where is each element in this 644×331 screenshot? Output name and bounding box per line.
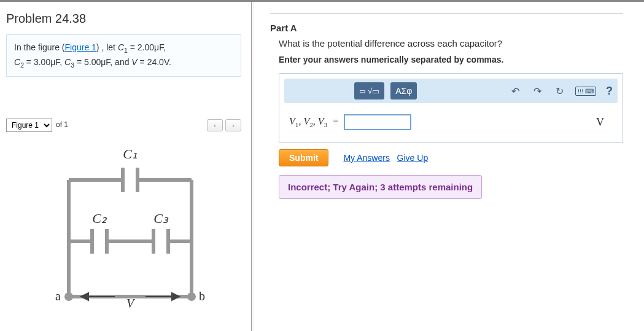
greek-button[interactable]: ΑΣφ <box>390 82 417 99</box>
part-a-label: Part A <box>270 23 623 33</box>
label-a: a <box>55 289 61 303</box>
figure-select[interactable]: Figure 1 <box>6 119 52 132</box>
figure-prev-button[interactable]: ‹ <box>207 119 223 131</box>
math-toolbar: ▭√▭ ΑΣφ ↶ ↷ ↻ ⁞⁞⁞ ⌨ ? <box>284 79 618 103</box>
problem-title: Problem 24.38 <box>6 12 241 26</box>
label-v: V <box>126 297 135 310</box>
label-c2: C₂ <box>92 211 107 226</box>
circuit-figure: C₁ C₂ C₃ a b V <box>6 137 241 321</box>
help-icon[interactable]: ? <box>606 85 613 98</box>
given-c2: C2 = 3.00μF <box>14 57 60 67</box>
reset-icon[interactable]: ↻ <box>553 85 565 97</box>
template-button[interactable]: ▭√▭ <box>354 82 384 99</box>
figure-of-text: of 1 <box>52 119 72 132</box>
given-v: V = 24.0V <box>131 57 169 67</box>
figure-nav-bar: Figure 1 of 1 ‹ › <box>6 119 241 132</box>
keyboard-icon[interactable]: ⁞⁞⁞ ⌨ <box>575 87 596 96</box>
figure-next-button[interactable]: › <box>225 119 241 131</box>
label-c3: C₃ <box>153 211 169 226</box>
unit-label: V <box>596 116 613 129</box>
svg-point-14 <box>64 292 73 301</box>
feedback-message: Incorrect; Try Again; 3 attempts remaini… <box>279 175 482 199</box>
svg-marker-17 <box>81 293 88 300</box>
svg-point-15 <box>187 292 196 301</box>
svg-marker-19 <box>172 293 179 300</box>
answer-label: V1, V2, V3 = <box>289 116 339 128</box>
submit-button[interactable]: Submit <box>279 149 328 166</box>
label-c1: C₁ <box>123 146 138 162</box>
answer-area: ▭√▭ ΑΣφ ↶ ↷ ↻ ⁞⁞⁞ ⌨ ? V1, V2, V3 = V <box>279 73 623 143</box>
give-up-link[interactable]: Give Up <box>397 153 429 163</box>
figure-link[interactable]: Figure 1 <box>65 42 96 52</box>
answer-input[interactable] <box>344 114 411 130</box>
given-c1: C1 = 2.00μF <box>118 42 163 52</box>
problem-statement-box: In the figure (Figure 1) , let C1 = 2.00… <box>6 34 241 77</box>
undo-icon[interactable]: ↶ <box>509 85 521 97</box>
my-answers-link[interactable]: My Answers <box>343 153 389 163</box>
given-c3: C3 = 5.00μF <box>64 57 110 67</box>
problem-text-prefix: In the figure ( <box>14 42 65 52</box>
instruction-text: Enter your answers numerically separated… <box>279 55 623 64</box>
question-text: What is the potential difference across … <box>279 38 623 49</box>
redo-icon[interactable]: ↷ <box>531 85 543 97</box>
problem-text-suffix: ) , let <box>96 42 118 52</box>
label-b: b <box>199 289 205 303</box>
